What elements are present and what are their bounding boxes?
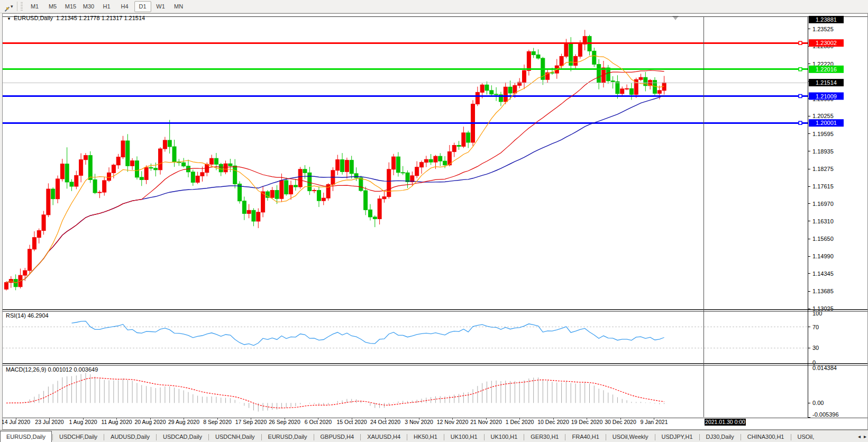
candle-body [434, 156, 437, 162]
chart-tab-hk50-h1[interactable]: HK50,H1 [408, 432, 443, 442]
chart-tab-dj30-daily[interactable]: DJ30,Daily [700, 432, 740, 442]
macd-signal-line [6, 378, 664, 408]
price-tick-label: 1.15650 [812, 236, 834, 242]
macd-tick-label: 0.00 [812, 400, 824, 406]
timeframe-button-m15[interactable]: M15 [62, 1, 79, 12]
chart-tab-china300-h1[interactable]: CHINA300,H1 [742, 432, 790, 442]
chart-tab-ger30-h1[interactable]: GER30,H1 [525, 432, 564, 442]
candle-body [210, 158, 214, 164]
candle-body [126, 141, 130, 166]
timeframe-button-m30[interactable]: M30 [80, 1, 97, 12]
candle-body [396, 157, 400, 173]
chart-tab-uk100-h1[interactable]: UK100,H1 [445, 432, 483, 442]
timeframe-button-m5[interactable]: M5 [44, 1, 61, 12]
candle-body [42, 215, 45, 231]
chart-canvas[interactable]: 1.235251.228801.222201.215601.209001.202… [0, 13, 868, 430]
chart-tab-fra40-h1[interactable]: FRA40,H1 [566, 432, 605, 442]
candle-body [336, 160, 340, 170]
chart-tab-xauusd-h4[interactable]: XAUUSD,H4 [361, 432, 406, 442]
time-tick-label: 6 Oct 2020 [305, 419, 332, 425]
tab-divider [741, 434, 741, 440]
hline-price-badge-text: 1.23002 [816, 40, 837, 46]
candle-body [182, 163, 186, 166]
chart-left-gutter [0, 13, 2, 430]
chart-tab-gbpusd-h4[interactable]: GBPUSD,H4 [315, 432, 360, 442]
candle-body [23, 270, 27, 275]
horizontal-line-handle[interactable] [799, 95, 802, 98]
candle-body [322, 198, 325, 201]
tab-divider [655, 434, 655, 440]
candle-body [368, 210, 372, 217]
candle-body [392, 157, 396, 169]
chart-tab-usdchf-daily[interactable]: USDCHF,Daily [53, 432, 103, 442]
chart-tab-eurusd-daily[interactable]: EURUSD,Daily [262, 432, 313, 442]
candle-body [131, 161, 134, 166]
tab-divider [444, 434, 444, 440]
timeframe-button-mn[interactable]: MN [170, 1, 187, 12]
candle-body [51, 189, 55, 199]
price-tick-label: 1.23525 [812, 26, 834, 32]
candle-body [28, 249, 32, 270]
chart-title-text: EURUSD,Daily 1.21345 1.21778 1.21317 1.2… [14, 15, 145, 21]
candle-body [224, 164, 227, 172]
candle-body [200, 173, 204, 176]
candle-body [578, 44, 582, 56]
time-tick-label: 12 Nov 2020 [437, 419, 469, 425]
cursor-tool-icon[interactable] [1, 2, 10, 11]
current-price-badge-text: 1.21514 [816, 79, 837, 86]
horizontal-line-handle[interactable] [799, 121, 802, 124]
timeframe-button-d1[interactable]: D1 [134, 1, 151, 12]
candle-body [382, 197, 386, 199]
timeframe-button-m1[interactable]: M1 [26, 1, 43, 12]
candle-body [345, 160, 349, 172]
tab-scroll-left-icon[interactable]: ◂ [856, 431, 862, 442]
chevron-down-icon[interactable]: ▾ [11, 4, 13, 9]
top-price-badge-text: 1.23881 [816, 16, 837, 23]
tab-divider [565, 434, 565, 440]
timeframe-button-w1[interactable]: W1 [152, 1, 169, 12]
chart-tab-uk100-h1[interactable]: UK100,H1 [485, 432, 524, 442]
candle-body [620, 89, 624, 94]
chart-tab-bar: EURUSD,DailyUSDCHF,DailyAUDUSD,DailyUSDC… [0, 430, 868, 442]
candle-body [56, 179, 60, 199]
horizontal-line-handle[interactable] [799, 68, 802, 71]
current-price-badge: 1.21514 [809, 79, 844, 86]
timeframe-button-h4[interactable]: H4 [116, 1, 133, 12]
chart-tab-usoil-weekly[interactable]: USOil,Weekly [607, 432, 654, 442]
candle-body [275, 191, 279, 199]
chart-tab-usoil-[interactable]: USOil, [792, 432, 820, 442]
candle-body [144, 167, 148, 179]
chart-tab-usdjpy-h1[interactable]: USDJPY,H1 [656, 432, 699, 442]
chart-tab-audusd-daily[interactable]: AUDUSD,Daily [105, 432, 156, 442]
candle-body [93, 179, 97, 193]
chart-tab-eurusd-daily[interactable]: EURUSD,Daily [0, 431, 52, 442]
tab-divider [484, 434, 485, 440]
tab-divider [261, 434, 262, 440]
horizontal-line-handle[interactable] [799, 41, 802, 44]
hline-price-badge-text: 1.22016 [816, 66, 837, 73]
candle-body [452, 146, 456, 152]
tab-scroll-right-icon[interactable]: ▸ [862, 431, 868, 442]
price-tick-label: 1.13685 [812, 288, 834, 294]
candle-body [191, 172, 195, 183]
candle-body [303, 169, 307, 173]
hline-price-badge: 1.22016 [809, 66, 844, 73]
candle-body [401, 173, 405, 173]
candle-body [103, 181, 106, 192]
hline-price-badge-text: 1.20001 [816, 120, 837, 126]
tab-divider [156, 434, 157, 440]
candle-body [424, 159, 428, 163]
timeframe-button-h1[interactable]: H1 [98, 1, 115, 12]
collapse-triangle-icon[interactable]: ▼ [7, 16, 11, 21]
date-badge-text: 2021.01.30 0:00 [705, 419, 745, 425]
toolbar-grip-handle[interactable] [21, 2, 23, 11]
candle-body [373, 217, 377, 219]
chart-tab-usdcad-daily[interactable]: USDCAD,Daily [157, 432, 208, 442]
chart-tab-usdcnh-daily[interactable]: USDCNH,Daily [209, 432, 261, 442]
timeframe-button-group: M1M5M15M30H1H4D1W1MN [26, 1, 188, 12]
candle-body [616, 82, 619, 94]
candle-body [308, 173, 312, 191]
candle-body [107, 173, 111, 181]
time-tick-label: 11 Aug 2020 [101, 419, 132, 425]
rsi-indicator-label: RSI(14) 46.2904 [6, 312, 49, 319]
